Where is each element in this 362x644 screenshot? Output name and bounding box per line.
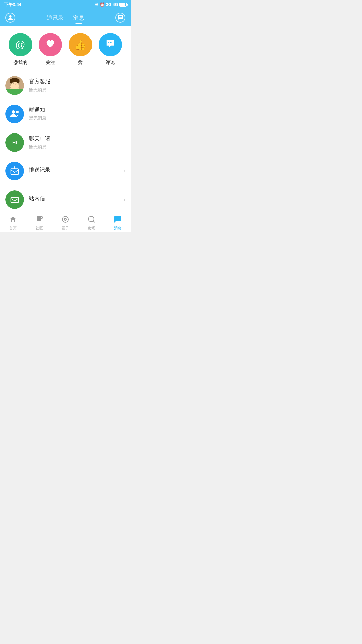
comment-label: 评论: [106, 60, 115, 66]
svg-point-19: [64, 218, 66, 220]
home-icon: [9, 215, 17, 225]
nav-contacts[interactable]: 通讯录: [47, 14, 64, 22]
svg-point-2: [108, 42, 109, 43]
tab-bar: 首页 社区 圈子: [0, 213, 131, 232]
message-content-inbox: 站内信: [29, 195, 124, 204]
message-sub-chat: 暂无消息: [29, 144, 125, 150]
message-item-chat[interactable]: HI 聊天申请 暂无消息: [0, 128, 131, 157]
comment-icon: [105, 39, 115, 51]
notif-at-me[interactable]: @ @我的: [9, 33, 32, 66]
tab-message-label: 消息: [114, 226, 121, 231]
status-time: 下午3:44: [4, 2, 21, 8]
chevron-push-icon: ›: [124, 168, 125, 174]
tab-home[interactable]: 首页: [0, 213, 26, 232]
nav-messages[interactable]: 消息: [73, 14, 84, 22]
message-content-chat: 聊天申请 暂无消息: [29, 135, 125, 150]
header: 通讯录 消息: [0, 9, 131, 26]
discover-icon: [87, 215, 96, 225]
circle-icon: [61, 215, 69, 225]
heart-plus-icon: [45, 39, 55, 51]
message-title-inbox: 站内信: [29, 195, 124, 202]
content-area: @ @我的 关注 👍: [0, 26, 131, 232]
message-list: 官方客服 暂无消息 群通知: [0, 71, 131, 214]
avatar-inbox: [5, 190, 24, 209]
svg-point-14: [16, 111, 19, 113]
alarm-icon: ⏰: [100, 2, 105, 7]
message-tab-icon: [114, 215, 122, 225]
svg-line-21: [93, 221, 95, 222]
comment-circle: [99, 33, 122, 56]
avatar-push: [5, 162, 24, 180]
message-title-official: 官方客服: [29, 78, 125, 85]
message-item-group[interactable]: 群通知 暂无消息: [0, 100, 131, 128]
thumbs-up-icon: 👍: [74, 39, 86, 51]
message-content-push: 推送记录: [29, 167, 124, 175]
message-title-group: 群通知: [29, 107, 125, 114]
notif-follow[interactable]: 关注: [39, 33, 62, 66]
at-me-label: @我的: [13, 60, 27, 66]
svg-point-11: [16, 83, 17, 84]
tab-community-label: 社区: [36, 226, 43, 231]
more-options-icon[interactable]: [115, 13, 125, 23]
tab-circle-label: 圈子: [62, 226, 69, 231]
bluetooth-icon: ✳: [95, 2, 98, 7]
svg-rect-15: [11, 169, 19, 175]
user-profile-icon[interactable]: [5, 13, 15, 23]
avatar-group: [5, 105, 24, 123]
svg-point-16: [14, 166, 15, 168]
message-content-group: 群通知 暂无消息: [29, 107, 125, 121]
tab-community[interactable]: 社区: [26, 213, 52, 232]
at-icon: @: [15, 39, 25, 50]
header-nav: 通讯录 消息: [47, 14, 84, 22]
tab-circle[interactable]: 圈子: [52, 213, 78, 232]
notif-like[interactable]: 👍 赞: [69, 33, 92, 66]
svg-rect-17: [11, 197, 19, 203]
avatar-official: [5, 76, 24, 95]
signal-3g: 3G: [106, 2, 111, 7]
svg-point-18: [62, 216, 68, 222]
message-item-push[interactable]: 推送记录 ›: [0, 157, 131, 185]
header-right: [112, 13, 125, 23]
message-title-chat: 聊天申请: [29, 135, 125, 142]
signal-4g: 4G: [113, 2, 118, 7]
notification-row: @ @我的 关注 👍: [0, 26, 131, 71]
notif-comment[interactable]: 评论: [99, 33, 122, 66]
follow-circle: [39, 33, 62, 56]
message-content-official: 官方客服 暂无消息: [29, 78, 125, 93]
message-sub-group: 暂无消息: [29, 115, 125, 121]
svg-point-10: [13, 83, 14, 84]
follow-label: 关注: [46, 60, 55, 66]
svg-point-3: [110, 42, 111, 43]
svg-point-9: [10, 84, 19, 89]
at-me-circle: @: [9, 33, 32, 56]
message-sub-official: 暂无消息: [29, 87, 125, 93]
message-item-official[interactable]: 官方客服 暂无消息: [0, 71, 131, 100]
tab-discover[interactable]: 发现: [78, 213, 105, 232]
tab-home-label: 首页: [9, 226, 17, 231]
community-icon: [35, 215, 43, 225]
tab-discover-label: 发现: [88, 226, 95, 231]
message-title-push: 推送记录: [29, 167, 124, 174]
svg-point-13: [12, 110, 15, 114]
status-bar: 下午3:44 ✳ ⏰ 3G 4G: [0, 0, 131, 9]
like-circle: 👍: [69, 33, 92, 56]
like-label: 赞: [78, 60, 83, 66]
battery-icon: [119, 3, 127, 7]
avatar-chat: HI: [5, 133, 24, 152]
svg-point-20: [88, 216, 94, 222]
svg-point-4: [112, 42, 113, 43]
message-item-inbox[interactable]: 站内信 ›: [0, 185, 131, 214]
header-left: [5, 13, 19, 23]
svg-rect-12: [5, 89, 24, 95]
status-right: ✳ ⏰ 3G 4G: [95, 2, 127, 7]
chevron-inbox-icon: ›: [124, 197, 125, 203]
tab-message[interactable]: 消息: [105, 213, 131, 232]
